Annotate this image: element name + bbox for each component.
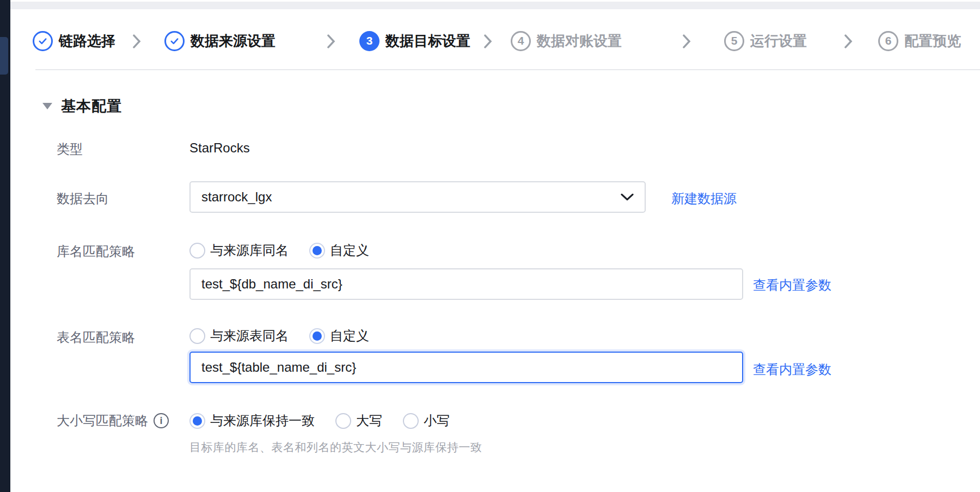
step-number-badge: 5 — [724, 31, 744, 51]
case-match-label: 大小写匹配策略 i — [57, 412, 169, 429]
new-datasource-link[interactable]: 新建数据源 — [671, 190, 737, 207]
step-label: 数据目标设置 — [385, 32, 470, 51]
db-match-option-same[interactable]: 与来源库同名 — [189, 242, 289, 259]
step-2[interactable]: 数据来源设置 — [164, 22, 275, 60]
table-name-pattern-input[interactable] — [189, 352, 743, 383]
db-match-radio-group: 与来源库同名 自定义 — [189, 242, 390, 259]
db-name-pattern-input[interactable] — [189, 268, 743, 300]
destination-label: 数据去向 — [57, 190, 109, 207]
chevron-down-icon — [621, 193, 634, 201]
step-6[interactable]: 6 配置预览 — [878, 22, 961, 60]
step-label: 运行设置 — [750, 32, 807, 51]
step-number-badge: 3 — [359, 31, 379, 51]
case-match-option-lower[interactable]: 小写 — [403, 412, 450, 429]
destination-selected-value: starrock_lgx — [201, 189, 272, 205]
view-builtin-params-link[interactable]: 查看内置参数 — [753, 276, 831, 294]
radio-unchecked-icon[interactable] — [335, 413, 351, 429]
view-builtin-params-link[interactable]: 查看内置参数 — [753, 361, 831, 378]
step-label: 配置预览 — [904, 32, 961, 51]
radio-checked-icon[interactable] — [309, 328, 325, 344]
db-match-option-custom[interactable]: 自定义 — [309, 242, 369, 259]
check-icon — [164, 31, 185, 51]
case-match-radio-group: 与来源库保持一致 大写 小写 — [189, 412, 470, 429]
table-match-option-same[interactable]: 与来源表同名 — [189, 327, 289, 345]
radio-checked-icon[interactable] — [309, 243, 325, 259]
section-basic-config: 基本配置 — [42, 96, 122, 116]
top-bar — [10, 2, 980, 9]
collapse-triangle-icon[interactable] — [42, 103, 52, 109]
step-5[interactable]: 5 运行设置 — [724, 22, 807, 60]
chevron-right-icon — [682, 34, 691, 48]
page: 链路选择 数据来源设置 3 数据目标设置 4 数据对账设置 5 — [0, 0, 980, 492]
wizard-stepper: 链路选择 数据来源设置 3 数据目标设置 4 数据对账设置 5 — [0, 22, 980, 60]
info-icon[interactable]: i — [154, 413, 169, 428]
chevron-right-icon — [132, 34, 141, 48]
chevron-right-icon — [844, 34, 853, 48]
type-label: 类型 — [57, 140, 83, 158]
header-divider — [35, 69, 980, 70]
table-match-radio-group: 与来源表同名 自定义 — [189, 327, 390, 345]
step-label: 链路选择 — [59, 32, 115, 51]
left-nav-rail — [0, 0, 10, 492]
radio-unchecked-icon[interactable] — [189, 328, 205, 344]
check-icon — [33, 31, 53, 51]
type-value: StarRocks — [189, 140, 250, 156]
step-3-current[interactable]: 3 数据目标设置 — [359, 22, 470, 60]
radio-unchecked-icon[interactable] — [403, 413, 419, 429]
step-number-badge: 4 — [511, 31, 531, 51]
case-match-option-upper[interactable]: 大写 — [335, 412, 382, 429]
db-match-label: 库名匹配策略 — [57, 243, 135, 260]
section-title: 基本配置 — [61, 96, 122, 116]
chevron-right-icon — [327, 34, 335, 48]
table-match-option-custom[interactable]: 自定义 — [309, 327, 369, 345]
step-1[interactable]: 链路选择 — [33, 22, 115, 60]
destination-select[interactable]: starrock_lgx — [189, 181, 646, 213]
radio-unchecked-icon[interactable] — [189, 243, 205, 259]
case-match-help-text: 目标库的库名、表名和列名的英文大小写与源库保持一致 — [189, 440, 482, 455]
step-4[interactable]: 4 数据对账设置 — [511, 22, 622, 60]
chevron-right-icon — [483, 34, 492, 48]
table-match-label: 表名匹配策略 — [57, 329, 135, 346]
radio-checked-icon[interactable] — [189, 413, 205, 429]
case-match-option-keep[interactable]: 与来源库保持一致 — [189, 412, 315, 429]
step-label: 数据对账设置 — [537, 32, 622, 51]
step-number-badge: 6 — [878, 31, 898, 51]
step-label: 数据来源设置 — [191, 32, 275, 51]
